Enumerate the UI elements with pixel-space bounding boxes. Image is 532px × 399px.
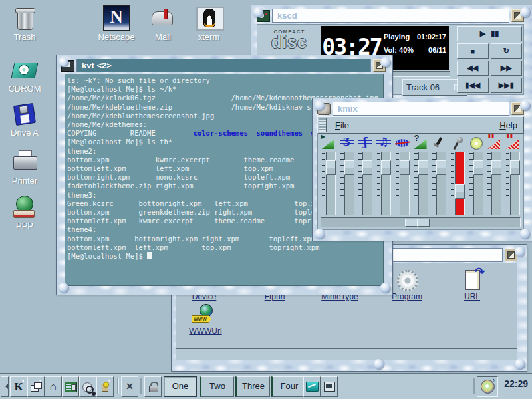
volume-slider-track[interactable] xyxy=(344,152,354,215)
cdrom-icon xyxy=(11,57,39,82)
volume-slider-handle[interactable] xyxy=(436,160,446,175)
url-icon xyxy=(461,269,483,291)
volume-slider-track[interactable] xyxy=(362,152,372,215)
volume-slider-handle[interactable] xyxy=(344,160,354,175)
terminal-app-button[interactable] xyxy=(321,376,338,397)
microphone-icon[interactable] xyxy=(450,136,466,150)
volume-slider-handle[interactable] xyxy=(326,160,336,175)
notes-icon xyxy=(306,382,319,392)
volume-slider-track[interactable] xyxy=(455,152,465,215)
volume-icon[interactable] xyxy=(321,136,336,150)
kfm-icon-wwwurl[interactable]: WWWWWWUrl xyxy=(182,303,229,336)
window-corner-bubble xyxy=(59,283,68,293)
desktop-icon-drive-a[interactable]: Drive A xyxy=(3,101,47,138)
desktop-icon-printer[interactable]: Printer xyxy=(3,149,47,186)
panel-separator xyxy=(117,378,119,394)
kvt-titlebar[interactable]: kvt <2> xyxy=(61,59,386,72)
kfm-status-bar xyxy=(176,349,517,360)
volume-slider-handle[interactable] xyxy=(362,160,372,175)
menubar-grip-handle[interactable] xyxy=(319,118,327,132)
kfm-icon-url[interactable]: URL xyxy=(448,269,496,301)
logout-button[interactable]: × xyxy=(121,376,138,397)
treble-clef-icon[interactable]: ʃ xyxy=(357,136,373,150)
volume-slider-track[interactable] xyxy=(326,152,336,215)
play-pause-button[interactable]: ▶ ▮▮ xyxy=(457,26,522,41)
kppp-button[interactable] xyxy=(62,376,79,397)
volume-slider-track[interactable] xyxy=(473,152,483,215)
volume-slider-handle[interactable] xyxy=(418,160,428,175)
desktop-icon-label: Trash xyxy=(3,32,47,42)
slider-ticks xyxy=(358,152,362,215)
k-menu-button[interactable]: K xyxy=(10,376,27,397)
previous-track-button[interactable]: ▮◀◀ xyxy=(457,78,489,93)
cd-icon[interactable] xyxy=(468,136,484,150)
pager-desktop-two[interactable]: Two xyxy=(200,376,234,397)
panel-hide-button[interactable] xyxy=(1,376,9,397)
slider-ticks xyxy=(505,152,509,215)
xterm-icon xyxy=(195,5,223,31)
home-button[interactable]: ⌂ xyxy=(45,376,62,397)
window-corner-bubble xyxy=(253,7,263,17)
volume-slider-handle[interactable] xyxy=(491,160,501,175)
loop-button[interactable]: ↻ xyxy=(491,43,523,59)
rewind-button[interactable]: ◀◀ xyxy=(457,61,489,76)
kscd-titlebar[interactable]: kscd xyxy=(257,9,524,22)
find-files-icon xyxy=(82,382,94,392)
desktop-icon-cdrom[interactable]: CDROM xyxy=(3,57,47,94)
menu-file[interactable]: File xyxy=(329,120,355,130)
k-menu-icon: K xyxy=(14,380,23,394)
muted-a-icon[interactable] xyxy=(486,136,502,150)
desktop-icon-netscape[interactable]: NNetscape xyxy=(94,5,138,42)
desktop-icon-xterm[interactable]: xterm xyxy=(187,5,231,42)
volume-slider-track[interactable] xyxy=(510,152,520,215)
pager-desktop-one[interactable]: One xyxy=(164,376,197,397)
pager-desktop-four[interactable]: Four xyxy=(271,376,306,397)
bass-clef-icon[interactable]: Ʒ xyxy=(339,136,355,150)
window-list-button[interactable] xyxy=(27,376,45,397)
volume-slider-handle[interactable] xyxy=(455,184,465,199)
window-corner-bubble xyxy=(315,100,325,110)
fast-forward-button[interactable]: ▶▶ xyxy=(491,61,523,76)
mixer-channel-volume xyxy=(319,136,338,218)
menu-help[interactable]: Help xyxy=(493,120,523,130)
volume-slider-handle[interactable] xyxy=(400,160,410,175)
balance-handle-right[interactable] xyxy=(417,219,430,227)
lcd-elapsed: 01:02:17 xyxy=(417,33,446,41)
notes-icon[interactable]: ♫ xyxy=(376,136,392,150)
slider-ticks xyxy=(450,152,454,215)
desktop-icon-ppp[interactable]: PPP xyxy=(3,194,47,231)
basket-app-button[interactable] xyxy=(96,376,114,397)
volume-slider-track[interactable] xyxy=(436,152,446,215)
pager-desktop-three[interactable]: Three xyxy=(235,376,270,397)
volume-slider-track[interactable] xyxy=(418,152,428,215)
volume-slider-track[interactable] xyxy=(400,152,410,215)
lcd-volume: Vol: 40% xyxy=(384,46,414,54)
balance-slider[interactable] xyxy=(321,217,521,227)
window-corner-bubble xyxy=(380,57,390,67)
volume-slider-handle[interactable] xyxy=(381,160,391,175)
kscd-cd-icon xyxy=(481,380,495,394)
stop-button[interactable]: ■ xyxy=(457,43,489,59)
mixer-channel-bass-clef: Ʒ xyxy=(338,136,356,218)
notes-app-button[interactable] xyxy=(303,376,321,397)
mixer-channel-muted-b xyxy=(503,136,522,218)
mixer-channel-notes: ♫ xyxy=(374,136,393,218)
kmix-titlebar[interactable]: kmix xyxy=(317,102,524,115)
jack-icon[interactable] xyxy=(431,136,447,150)
volume-slider-handle[interactable] xyxy=(510,160,520,175)
balance-handle-left[interactable] xyxy=(405,219,418,227)
desktop-icon-label: xterm xyxy=(187,32,231,42)
desktop-icon-trash[interactable]: Trash xyxy=(3,5,47,42)
desktop-icon-mail[interactable]: Mail xyxy=(141,5,185,42)
unknown-icon[interactable] xyxy=(413,136,429,150)
wave-icon[interactable] xyxy=(394,136,410,150)
muted-b-icon[interactable] xyxy=(505,136,521,150)
volume-slider-handle[interactable] xyxy=(473,160,483,175)
kscd-taskbar-entry[interactable] xyxy=(477,376,498,397)
lock-screen-button[interactable] xyxy=(144,376,162,397)
next-track-button[interactable]: ▶▶▮ xyxy=(491,78,523,93)
volume-slider-track[interactable] xyxy=(381,152,391,215)
kmix-title: kmix xyxy=(332,102,509,116)
volume-slider-track[interactable] xyxy=(491,152,501,215)
find-files-button[interactable] xyxy=(79,376,96,397)
